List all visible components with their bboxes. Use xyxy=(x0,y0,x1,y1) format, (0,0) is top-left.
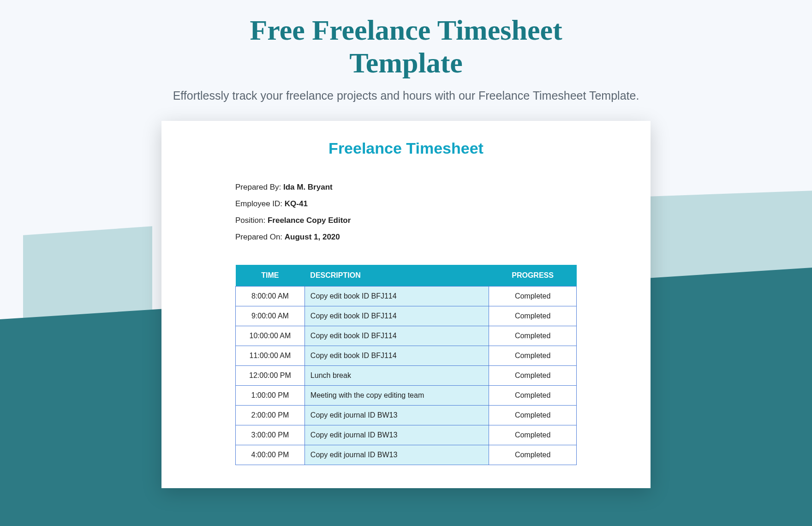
page-content: Free Freelance Timesheet Template Effort… xyxy=(0,0,812,488)
cell-description: Copy edit book ID BFJ114 xyxy=(304,306,489,326)
cell-time: 1:00:00 PM xyxy=(236,385,305,405)
cell-progress: Completed xyxy=(489,365,577,385)
col-description: DESCRIPTION xyxy=(304,265,489,287)
table-header-row: TIME DESCRIPTION PROGRESS xyxy=(236,265,577,287)
table-body: 8:00:00 AMCopy edit book ID BFJ114Comple… xyxy=(236,286,577,465)
col-time: TIME xyxy=(236,265,305,287)
meta-value: August 1, 2020 xyxy=(285,233,340,241)
cell-description: Copy edit book ID BFJ114 xyxy=(304,286,489,306)
cell-description: Copy edit book ID BFJ114 xyxy=(304,326,489,346)
cell-time: 2:00:00 PM xyxy=(236,405,305,425)
cell-progress: Completed xyxy=(489,346,577,365)
meta-label: Position: xyxy=(235,216,268,225)
cell-time: 4:00:00 PM xyxy=(236,445,305,465)
page-title: Free Freelance Timesheet Template xyxy=(0,14,812,80)
meta-value: Ida M. Bryant xyxy=(283,183,333,191)
timesheet-table: TIME DESCRIPTION PROGRESS 8:00:00 AMCopy… xyxy=(235,265,577,465)
cell-time: 9:00:00 AM xyxy=(236,306,305,326)
cell-progress: Completed xyxy=(489,445,577,465)
meta-label: Prepared By: xyxy=(235,183,283,191)
page-subtitle: Effortlessly track your freelance projec… xyxy=(0,89,812,102)
cell-progress: Completed xyxy=(489,425,577,445)
col-progress: PROGRESS xyxy=(489,265,577,287)
table-row: 8:00:00 AMCopy edit book ID BFJ114Comple… xyxy=(236,286,577,306)
table-row: 9:00:00 AMCopy edit book ID BFJ114Comple… xyxy=(236,306,577,326)
cell-progress: Completed xyxy=(489,385,577,405)
title-line-1: Free Freelance Timesheet xyxy=(250,14,562,46)
cell-description: Copy edit book ID BFJ114 xyxy=(304,346,489,365)
cell-time: 3:00:00 PM xyxy=(236,425,305,445)
cell-progress: Completed xyxy=(489,405,577,425)
table-row: 12:00:00 PMLunch breakCompleted xyxy=(236,365,577,385)
table-row: 1:00:00 PMMeeting with the copy editing … xyxy=(236,385,577,405)
table-row: 4:00:00 PMCopy edit journal ID BW13Compl… xyxy=(236,445,577,465)
cell-time: 12:00:00 PM xyxy=(236,365,305,385)
meta-position: Position: Freelance Copy Editor xyxy=(235,216,627,225)
cell-progress: Completed xyxy=(489,326,577,346)
table-row: 11:00:00 AMCopy edit book ID BFJ114Compl… xyxy=(236,346,577,365)
meta-employee-id: Employee ID: KQ-41 xyxy=(235,199,627,209)
table-row: 10:00:00 AMCopy edit book ID BFJ114Compl… xyxy=(236,326,577,346)
meta-label: Employee ID: xyxy=(235,199,285,208)
cell-progress: Completed xyxy=(489,306,577,326)
meta-label: Prepared On: xyxy=(235,233,285,241)
cell-description: Meeting with the copy editing team xyxy=(304,385,489,405)
table-row: 3:00:00 PMCopy edit journal ID BW13Compl… xyxy=(236,425,577,445)
title-line-2: Template xyxy=(349,47,463,78)
cell-time: 8:00:00 AM xyxy=(236,286,305,306)
cell-description: Copy edit journal ID BW13 xyxy=(304,445,489,465)
cell-description: Copy edit journal ID BW13 xyxy=(304,405,489,425)
cell-time: 10:00:00 AM xyxy=(236,326,305,346)
template-card: Freelance Timesheet Prepared By: Ida M. … xyxy=(161,121,651,488)
meta-value: Freelance Copy Editor xyxy=(268,216,351,225)
cell-description: Copy edit journal ID BW13 xyxy=(304,425,489,445)
meta-prepared-on: Prepared On: August 1, 2020 xyxy=(235,233,627,242)
cell-time: 11:00:00 AM xyxy=(236,346,305,365)
table-row: 2:00:00 PMCopy edit journal ID BW13Compl… xyxy=(236,405,577,425)
card-title: Freelance Timesheet xyxy=(185,139,627,157)
cell-description: Lunch break xyxy=(304,365,489,385)
meta-prepared-by: Prepared By: Ida M. Bryant xyxy=(235,183,627,192)
cell-progress: Completed xyxy=(489,286,577,306)
meta-block: Prepared By: Ida M. Bryant Employee ID: … xyxy=(235,183,627,242)
meta-value: KQ-41 xyxy=(285,199,308,208)
